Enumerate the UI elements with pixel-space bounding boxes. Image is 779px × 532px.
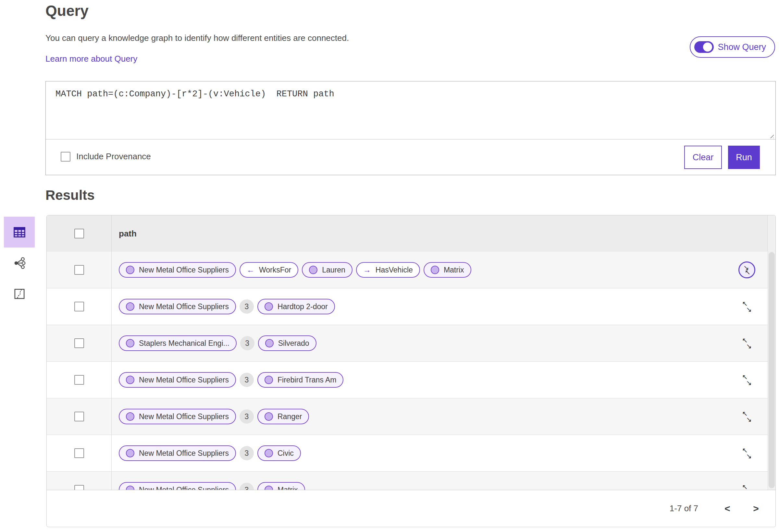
show-query-toggle[interactable]: Show Query [690,36,775,58]
collapse-row-button[interactable]: ↘↖ [738,261,755,278]
include-provenance-label: Include Provenance [76,151,151,161]
path-cell: New Metal Office Suppliers3Firebird Tran… [112,362,775,398]
table-row: New Metal Office Suppliers3Firebird Tran… [47,362,775,398]
arrow-outward-icon: ↘ [746,415,752,423]
run-button[interactable]: Run [728,146,760,169]
entity-node-icon [264,376,273,384]
entity-node-icon [126,339,134,347]
path-cell: New Metal Office Suppliers3Ranger [112,398,775,435]
entity-pill[interactable]: Matrix [257,482,305,491]
map-icon [13,287,26,301]
entity-pill[interactable]: Silverado [258,335,316,351]
query-description: You can query a knowledge graph to ident… [46,33,349,43]
scrollbar-thumb[interactable] [769,252,775,488]
pill-label: Silverado [278,339,309,348]
entity-pill[interactable]: Firebird Trans Am [257,372,344,388]
row-checkbox[interactable] [74,375,84,385]
query-panel: MATCH path=(c:Company)-[r*2]-(v:Vehicle)… [46,81,776,175]
relationship-count-badge[interactable]: 3 [240,409,254,424]
page-title: Query [46,2,88,19]
path-cell: New Metal Office Suppliers3Hardtop 2-doo… [112,288,775,325]
pill-label: Lauren [322,266,345,274]
link-chart-icon [13,256,26,270]
entity-node-icon [126,412,134,421]
entity-pill[interactable]: Lauren [302,262,353,278]
path-cell: New Metal Office Suppliers3Civic [112,435,775,471]
row-checkbox[interactable] [74,412,84,421]
table-row: Staplers Mechanical Engi...3Silverado↖↘ [47,325,775,362]
entity-node-icon [126,302,134,311]
entity-node-icon [126,266,134,274]
relationship-pill[interactable]: ←WorksFor [240,262,298,278]
results-table: path New Metal Office Suppliers←WorksFor… [46,215,776,527]
pill-label: New Metal Office Suppliers [139,266,229,274]
clear-button[interactable]: Clear [684,146,722,169]
include-provenance-checkbox[interactable] [61,152,70,161]
query-page: Query You can query a knowledge graph to… [0,0,779,532]
relationship-count-badge[interactable]: 3 [240,336,254,350]
row-checkbox[interactable] [74,448,84,458]
table-row: New Metal Office Suppliers3Hardtop 2-doo… [47,288,775,325]
pill-label: Ranger [278,412,302,421]
arrow-left-icon: ← [247,265,254,274]
pagination-range-label: 1-7 of 7 [670,504,698,514]
entity-pill[interactable]: Staplers Mechanical Engi... [119,335,237,351]
pill-label: New Metal Office Suppliers [139,302,229,311]
arrow-outward-icon: ↘ [746,342,752,350]
row-checkbox[interactable] [74,265,84,275]
relationship-count-badge[interactable]: 3 [240,373,254,387]
entity-node-icon [126,449,134,457]
learn-more-link[interactable]: Learn more about Query [46,54,137,64]
table-icon [12,225,27,240]
pill-label: New Metal Office Suppliers [139,449,229,458]
relationship-count-badge[interactable]: 3 [240,300,254,314]
expand-row-button[interactable]: ↖↘ [738,481,755,491]
resize-grip-icon[interactable] [768,133,774,138]
toggle-switch-icon[interactable] [694,41,714,53]
table-header-row: path [47,215,775,252]
previous-page-button[interactable]: < [721,503,734,514]
expand-row-button[interactable]: ↖↘ [738,372,755,388]
table-body: New Metal Office Suppliers←WorksForLaure… [47,252,775,491]
pill-label: Hardtop 2-door [278,302,328,311]
expand-row-button[interactable]: ↖↘ [738,298,755,315]
row-checkbox[interactable] [74,302,84,312]
entity-pill[interactable]: New Metal Office Suppliers [119,445,236,461]
entity-pill[interactable]: Hardtop 2-door [257,299,335,314]
row-checkbox[interactable] [74,338,84,348]
tab-link-chart-view[interactable] [4,248,35,278]
entity-pill[interactable]: Matrix [424,262,471,278]
entity-node-icon [431,266,439,274]
vertical-scrollbar[interactable] [768,252,775,491]
entity-pill[interactable]: New Metal Office Suppliers [119,409,236,424]
expand-row-button[interactable]: ↖↘ [738,408,755,425]
relationship-count-badge[interactable]: 3 [240,446,254,460]
relationship-pill[interactable]: →HasVehicle [356,262,420,278]
select-all-checkbox[interactable] [74,229,84,239]
entity-node-icon [265,339,274,347]
entity-pill[interactable]: New Metal Office Suppliers [119,372,236,388]
column-header-path: path [112,215,775,252]
entity-node-icon [309,266,317,274]
entity-pill[interactable]: New Metal Office Suppliers [119,299,236,314]
pill-label: New Metal Office Suppliers [139,412,229,421]
next-page-button[interactable]: > [750,503,763,514]
pill-label: WorksFor [259,266,291,274]
tab-map-view[interactable] [4,278,35,309]
pill-label: Civic [278,449,294,458]
scrollbar-track-header [767,215,775,251]
entity-node-icon [126,376,134,384]
expand-row-button[interactable]: ↖↘ [738,335,755,352]
path-cell: Staplers Mechanical Engi...3Silverado [112,325,775,361]
results-title: Results [46,188,95,203]
query-input[interactable]: MATCH path=(c:Company)-[r*2]-(v:Vehicle)… [56,89,763,135]
entity-pill[interactable]: Civic [257,445,301,461]
arrow-outward-icon: ↘ [746,306,752,313]
entity-pill[interactable]: New Metal Office Suppliers [119,482,236,491]
expand-row-button[interactable]: ↖↘ [738,445,755,462]
entity-pill[interactable]: New Metal Office Suppliers [119,262,236,278]
arrow-inward-icon: ↖ [744,268,751,276]
entity-pill[interactable]: Ranger [257,409,309,424]
table-row: New Metal Office Suppliers3Matrix↖↘ [47,472,775,491]
tab-table-view[interactable] [4,217,35,248]
